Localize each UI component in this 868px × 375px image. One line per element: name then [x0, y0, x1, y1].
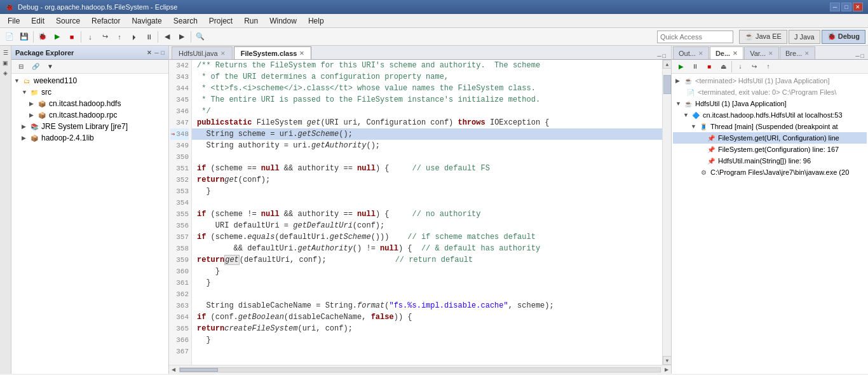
back-button[interactable]: ◀: [160, 30, 174, 44]
debug-disconnect-btn[interactable]: ⏏: [716, 60, 730, 74]
menu-search[interactable]: Search: [168, 15, 203, 27]
code-line-360: }: [192, 266, 662, 277]
resume-button[interactable]: ⏵: [127, 30, 141, 44]
save-button[interactable]: 💾: [17, 30, 31, 44]
debug-suspend-btn[interactable]: ⏸: [688, 60, 702, 74]
tab-out-close[interactable]: ✕: [698, 50, 703, 57]
menu-help[interactable]: Help: [303, 15, 329, 27]
sidebar-icon-1[interactable]: ☰: [1, 48, 10, 57]
pkg-link-editor[interactable]: 🔗: [29, 60, 43, 74]
hscroll-left-button[interactable]: ◀: [169, 365, 178, 374]
menu-refactor[interactable]: Refactor: [86, 15, 125, 27]
tree-item-hdfs[interactable]: ▶ 📦 cn.itcast.hadoop.hdfs: [11, 98, 168, 109]
pkg-explorer-max-icon[interactable]: □: [161, 50, 165, 56]
debug-item-class[interactable]: ▼ 🔷 cn.itcast.hadoop.hdfs.HdfsUtil at lo…: [673, 109, 867, 121]
debug-max-icon[interactable]: □: [861, 53, 864, 59]
menu-source[interactable]: Source: [51, 15, 85, 27]
editor-min-icon[interactable]: ─: [657, 53, 661, 59]
debug-item-running[interactable]: ▼ ☕ HdfsUtil (1) [Java Application]: [673, 98, 867, 109]
step-into-button[interactable]: ↓: [83, 30, 97, 44]
tree-item-rpc[interactable]: ▶ 📦 cn.itcast.hadoop.rpc: [11, 109, 168, 121]
tree-item-jre[interactable]: ▶ 📚 JRE System Library [jre7]: [11, 121, 168, 132]
menu-window[interactable]: Window: [264, 15, 302, 27]
run-button[interactable]: ▶: [50, 30, 64, 44]
debug-step-return-btn[interactable]: ↑: [761, 60, 775, 74]
tab-filesystem[interactable]: FileSystem.class ✕: [234, 46, 312, 59]
menu-run[interactable]: Run: [239, 15, 263, 27]
scroll-thumb[interactable]: [663, 75, 671, 94]
code-line-363: String disableCacheName = String.format(…: [192, 300, 662, 311]
close-button[interactable]: ✕: [853, 3, 863, 11]
tab-variables[interactable]: Var... ✕: [744, 46, 779, 59]
package-explorer-panel: Package Explorer ✕ ─ □ ⊟ 🔗 ▼ ▼ 🗂 weekend…: [11, 46, 169, 374]
hscroll-thumb[interactable]: [180, 368, 218, 372]
debug-item-thread[interactable]: ▼ 🧵 Thread [main] (Suspended (breakpoint…: [673, 121, 867, 132]
debug-step-over-btn[interactable]: ↪: [747, 60, 761, 74]
debug-item-terminated1[interactable]: ▶ ☕ <terminated> HdfsUtil (1) [Java Appl…: [673, 75, 867, 86]
tab-filesystem-close[interactable]: ✕: [299, 50, 304, 57]
minimize-button[interactable]: ─: [830, 3, 840, 11]
menu-file[interactable]: File: [3, 15, 25, 27]
perspective-javaee[interactable]: ☕ Java EE: [739, 30, 787, 44]
tab-hdfsutil[interactable]: HdfsUtil.java ✕: [172, 46, 233, 59]
scroll-up-button[interactable]: ▲: [663, 60, 671, 69]
new-button[interactable]: 📄: [3, 30, 17, 44]
tab-breakpoints-close[interactable]: ✕: [804, 50, 810, 57]
hscroll-right-button[interactable]: ▶: [662, 365, 671, 374]
debug-step-into-btn[interactable]: ↓: [733, 60, 747, 74]
scroll-down-button[interactable]: ▼: [663, 356, 671, 365]
forward-button[interactable]: ▶: [175, 30, 189, 44]
terminated-detail-icon: 📄: [686, 88, 696, 97]
debug-item-frame-filesystem-get2[interactable]: 📌 FileSystem.get(Configuration) line: 16…: [673, 144, 867, 155]
editor-vertical-scrollbar[interactable]: ▲ ▼: [662, 60, 671, 365]
tree-item-hadooplib[interactable]: ▶ 📦 hadoop-2.4.1lib: [11, 132, 168, 144]
editor-max-icon[interactable]: □: [663, 53, 666, 59]
tab-out[interactable]: Out... ✕: [673, 46, 709, 59]
tab-filesystem-label: FileSystem.class: [241, 50, 297, 57]
pkg-view-menu[interactable]: ▼: [43, 60, 57, 74]
step-return-button[interactable]: ↑: [112, 30, 126, 44]
code-editor: 342 343 344 345 346 347 ⇒348 349 350 351…: [169, 60, 671, 365]
suspend-button[interactable]: ⏸: [142, 30, 156, 44]
code-line-362: [192, 289, 662, 300]
maximize-button[interactable]: □: [841, 3, 851, 11]
debug-button[interactable]: 🐞: [36, 30, 50, 44]
sidebar-icon-3[interactable]: ◈: [1, 69, 10, 78]
code-line-355: if (scheme != null && authority == null)…: [192, 208, 662, 220]
debug-item-process[interactable]: ⚙ C:\Program Files\Java\jre7\bin\javaw.e…: [673, 167, 867, 178]
perspective-debug[interactable]: 🐞 Debug: [822, 30, 865, 44]
menu-edit[interactable]: Edit: [26, 15, 50, 27]
stop-button[interactable]: ■: [65, 30, 79, 44]
tab-variables-close[interactable]: ✕: [768, 50, 773, 57]
tab-breakpoints[interactable]: Bre... ✕: [780, 46, 815, 59]
code-content[interactable]: /** Returns the FileSystem for this URI'…: [192, 60, 662, 365]
sidebar-icon-2[interactable]: ▣: [1, 58, 10, 67]
debug-label-frame2: FileSystem.get(Configuration) line: 167: [718, 146, 839, 153]
pkg-collapse-all[interactable]: ⊟: [14, 60, 28, 74]
debug-min-icon[interactable]: ─: [855, 53, 859, 59]
tab-debug-close[interactable]: ✕: [733, 50, 738, 57]
debug-item-terminated-detail[interactable]: 📄 <terminated, exit value: 0> C:\Program…: [673, 86, 867, 98]
quick-access-input[interactable]: [657, 31, 733, 43]
tab-variables-label: Var...: [750, 50, 766, 57]
tree-item-weekend110[interactable]: ▼ 🗂 weekend110: [11, 75, 168, 86]
menu-navigate[interactable]: Navigate: [126, 15, 166, 27]
debug-item-frame-filesystem-get[interactable]: 📌 FileSystem.get(URI, Configuration) lin…: [673, 132, 867, 144]
debug-stop-btn[interactable]: ■: [702, 60, 716, 74]
editor-horizontal-scrollbar[interactable]: ◀ ▶: [169, 365, 671, 374]
tab-debug[interactable]: De... ✕: [710, 46, 743, 59]
tab-hdfsutil-close[interactable]: ✕: [220, 50, 226, 57]
perspective-java[interactable]: J Java: [789, 30, 820, 44]
debug-resume-btn[interactable]: ▶: [674, 60, 688, 74]
debug-item-frame-hdfsutil-main[interactable]: 📌 HdfsUtil.main(String[]) line: 96: [673, 155, 867, 167]
search-btn[interactable]: 🔍: [193, 30, 207, 44]
tree-item-src[interactable]: ▼ 📁 src: [11, 86, 168, 98]
frame-icon-1: 📌: [706, 133, 716, 142]
pkg-explorer-min-icon[interactable]: ─: [154, 50, 158, 56]
titlebar-right: ─ □ ✕: [830, 3, 863, 11]
menu-project[interactable]: Project: [204, 15, 238, 27]
editor-tabs: HdfsUtil.java ✕ FileSystem.class ✕ ─ □: [169, 46, 671, 60]
step-over-button[interactable]: ↪: [98, 30, 112, 44]
pkg-explorer-close-icon[interactable]: ✕: [147, 50, 152, 56]
toolbar-separator-2: [81, 31, 81, 43]
